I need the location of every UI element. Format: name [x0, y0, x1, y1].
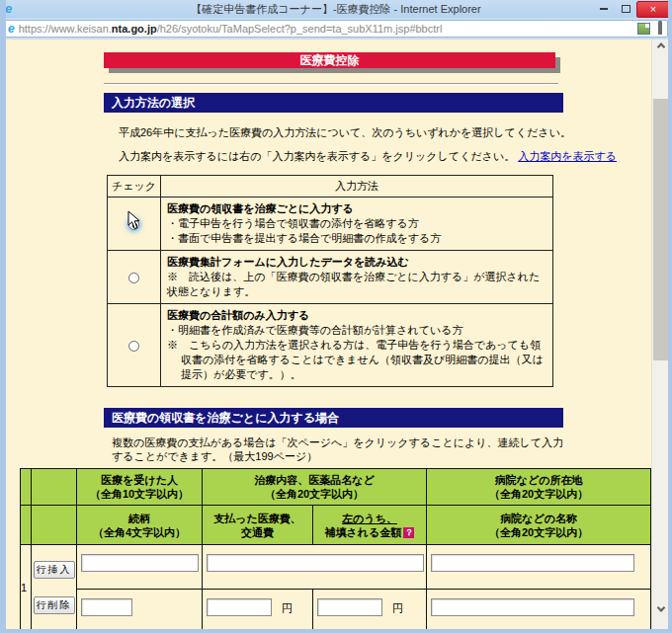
input-method-table: チェック 入力方法 医療費の領収書を治療ごとに入力する ・電子申告を行う場合で領…: [107, 175, 553, 387]
relation-input-row1[interactable]: [81, 598, 132, 616]
header-spacer: [21, 506, 32, 545]
titlebar: e 【確定申告書作成コーナー】-医療費控除 - Internet Explore…: [0, 0, 672, 18]
header-spacer: [32, 506, 77, 545]
url-path: /h26/syotoku/TaMapSelect?p_send=ta_subX1…: [157, 23, 443, 35]
table-row: 医療費集計フォームに入力したデータを読み込む ※ 読込後は、上の「医療費の領収書…: [108, 251, 553, 304]
divider: [104, 83, 558, 85]
compatibility-view-icon[interactable]: [637, 23, 650, 35]
ie-logo-icon: e: [5, 2, 19, 16]
security-lock-icon[interactable]: [658, 23, 662, 35]
header-spacer: [32, 469, 77, 506]
intro-text-1: 平成26年中に支払った医療費の入力方法について、次のうちいずれかを選択してくださ…: [119, 125, 651, 140]
method-line: ※ こちらの入力方法を選択される方は、電子申告を行う場合であっても領収書の添付を…: [167, 338, 546, 382]
yen-label: 円: [282, 602, 293, 614]
entry-row-1b: 円 円: [21, 590, 651, 630]
row-number: 1: [21, 545, 32, 630]
page-title: 医療費控除: [104, 52, 555, 68]
col-header-relation: 続柄 （全角4文字以内）: [77, 506, 203, 545]
patient-name-input-row1[interactable]: [81, 554, 199, 572]
covered-amount-input-row1[interactable]: [317, 598, 382, 616]
help-icon[interactable]: ？: [403, 527, 414, 538]
hospital-location-input-row1[interactable]: [431, 554, 634, 572]
col-header-hospital: 病院などの名称 （全角20文字以内）: [427, 506, 651, 545]
vertical-scrollbar[interactable]: [651, 40, 668, 629]
window-title: 【確定申告書作成コーナー】-医療費控除 - Internet Explorer: [0, 2, 672, 17]
medical-expense-table: 医療を受けた人 （全角10文字以内） 治療内容、医薬品名など （全角20文字以内…: [20, 468, 651, 629]
method-title: 医療費集計フォームに入力したデータを読み込む: [167, 255, 546, 270]
col-header-paid: 支払った医療費、 交通費: [203, 506, 313, 545]
mouse-cursor-icon: [127, 210, 141, 231]
scroll-down-button[interactable]: [652, 597, 669, 614]
multi-page-note: 複数の医療費の支払がある場合は「次ページへ」をクリックすることにより、連続して入…: [112, 435, 568, 463]
col-header-location: 病院などの所在地 （全角20文字以内）: [427, 469, 651, 506]
col-header-treatment: 治療内容、医薬品名など （全角20文字以内）: [203, 469, 427, 506]
maximize-icon: [622, 5, 630, 13]
entry-row-1a: 1 行挿入 行削除: [21, 545, 651, 590]
table-row: 医療費の合計額のみ入力する ・明細書を作成済みで医療費等の合計額が計算されている…: [108, 304, 553, 387]
header-spacer: [21, 469, 32, 506]
col-header-patient: 医療を受けた人 （全角10文字以内）: [77, 469, 203, 506]
url-domain: nta.go.jp: [112, 23, 157, 35]
method-line: ・書面で申告書を提出する場合で明細書の作成をする方: [167, 231, 546, 246]
section-header-per-treatment: 医療費の領収書を治療ごとに入力する場合: [104, 408, 563, 428]
section-header-input-method: 入力方法の選択: [104, 93, 563, 113]
method-line: ・電子申告を行う場合で領収書の添付を省略する方: [167, 216, 546, 231]
chevron-up-icon: [656, 42, 664, 50]
yen-label: 円: [392, 602, 403, 614]
page-viewport: 医療費控除 入力方法の選択 平成26年中に支払った医療費の入力方法について、次の…: [6, 40, 651, 629]
minimize-button[interactable]: [593, 1, 615, 17]
close-button[interactable]: ×: [636, 1, 670, 18]
method-line: ※ 読込後は、上の「医療費の領収書を治療ごとに入力する」が選択された状態となりま…: [167, 270, 546, 299]
col-header-covered: 左のうち、 補填される金額？: [313, 506, 427, 545]
url-scheme: https://www.keisan.: [19, 23, 112, 35]
intro-text-2: 入力案内を表示するには右の「入力案内を表示する」をクリックしてください。 入力案…: [119, 149, 651, 164]
method-column-header: 入力方法: [161, 176, 553, 198]
scroll-up-button[interactable]: [652, 40, 669, 56]
show-guide-link[interactable]: 入力案内を表示する: [518, 150, 617, 162]
method-title: 医療費の領収書を治療ごとに入力する: [167, 201, 546, 216]
treatment-input-row1[interactable]: [207, 554, 424, 572]
paid-amount-input-row1[interactable]: [207, 598, 272, 616]
table-row: 医療費の領収書を治療ごとに入力する ・電子申告を行う場合で領収書の添付を省略する…: [108, 198, 553, 251]
delete-row-button-1[interactable]: 行削除: [34, 596, 75, 614]
intro-text-2-body: 入力案内を表示するには右の「入力案内を表示する」をクリックしてください。: [119, 150, 515, 162]
hospital-name-input-row1[interactable]: [431, 598, 634, 616]
method-radio-import-form[interactable]: [128, 273, 139, 283]
maximize-button[interactable]: [615, 1, 636, 17]
minimize-icon: [600, 8, 608, 10]
method-line: ・明細書を作成済みで医療費等の合計額が計算されている方: [167, 323, 546, 338]
address-bar: e https://www.keisan.nta.go.jp/h26/syoto…: [0, 18, 672, 40]
address-input[interactable]: e https://www.keisan.nta.go.jp/h26/syoto…: [3, 20, 668, 38]
row-buttons: 行挿入 行削除: [32, 545, 77, 630]
check-column-header: チェック: [108, 176, 161, 198]
insert-row-button-1[interactable]: 行挿入: [34, 561, 75, 579]
browser-window: e 【確定申告書作成コーナー】-医療費控除 - Internet Explore…: [0, 0, 672, 633]
method-radio-total-only[interactable]: [128, 341, 139, 352]
chevron-down-icon: [656, 603, 664, 611]
ie-favicon-icon: e: [8, 22, 15, 36]
scrollbar-thumb[interactable]: [653, 99, 668, 360]
method-title: 医療費の合計額のみ入力する: [167, 308, 546, 323]
